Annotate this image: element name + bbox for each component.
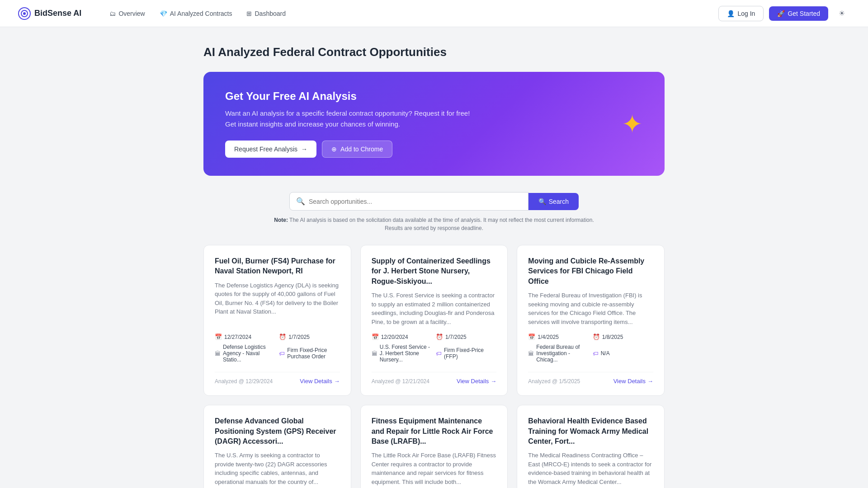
banner-actions: Request Free Analysis → ⊕ Add to Chrome: [225, 141, 607, 158]
search-button[interactable]: 🔍 Search: [528, 193, 579, 210]
navbar: BidSense AI 🗂 Overview 💎 AI Analyzed Con…: [0, 0, 868, 27]
main-content: AI Analyzed Federal Contract Opportuniti…: [194, 27, 674, 488]
arrow-right-icon: →: [301, 145, 307, 153]
card-title: Supply of Containerized Seedlings for J.…: [372, 256, 497, 286]
search-input[interactable]: [309, 198, 522, 205]
banner-title: Get Your Free AI Analysis: [225, 90, 607, 103]
view-details-link[interactable]: View Details →: [613, 378, 653, 385]
banner-content: Get Your Free AI Analysis Want an AI ana…: [225, 90, 607, 158]
nav-dashboard[interactable]: ⊞ Dashboard: [240, 6, 292, 21]
tag-icon: 🏷: [436, 350, 442, 357]
building-icon: 🏛: [528, 350, 534, 357]
card-title: Fitness Equipment Maintenance and Repair…: [372, 416, 497, 446]
card-description: The Defense Logistics Agency (DLA) is se…: [215, 281, 340, 326]
clock-icon: ⏰: [279, 333, 286, 340]
brand-name: BidSense AI: [34, 9, 81, 18]
analyzed-timestamp: Analyzed @ 1/5/2025: [528, 378, 580, 385]
contract-type: 🏷 Firm Fixed-Price Purchase Order: [279, 344, 340, 363]
theme-toggle-button[interactable]: ☀: [834, 5, 850, 22]
deadline: ⏰ 1/7/2025: [436, 333, 496, 340]
card-meta: 📅 1/4/2025 ⏰ 1/8/2025 🏛 Federal Bureau o…: [528, 333, 653, 363]
page-title: AI Analyzed Federal Contract Opportuniti…: [203, 45, 665, 59]
svg-point-2: [23, 12, 26, 15]
sparkle-icon: ✦: [622, 109, 643, 139]
view-details-link[interactable]: View Details →: [457, 378, 496, 385]
card-meta: 📅 12/27/2024 ⏰ 1/7/2025 🏛 Defense Logist…: [215, 333, 340, 363]
contract-card: Moving and Cubicle Re-Assembly Services …: [517, 245, 665, 396]
logo-icon: [18, 7, 31, 20]
card-title: Defense Advanced Global Positioning Syst…: [215, 416, 340, 446]
analyzed-timestamp: Analyzed @ 12/29/2024: [215, 378, 273, 385]
contracts-icon: 💎: [160, 10, 167, 17]
card-title: Behavioral Health Evidence Based Trainin…: [528, 416, 653, 446]
nav-links: 🗂 Overview 💎 AI Analyzed Contracts ⊞ Das…: [103, 6, 704, 21]
card-description: The Little Rock Air Force Base (LRAFB) F…: [372, 451, 497, 486]
login-icon: 👤: [727, 10, 735, 17]
nav-actions: 👤 Log In 🚀 Get Started ☀: [718, 5, 850, 22]
cards-grid: Fuel Oil, Burner (FS4) Purchase for Nava…: [203, 245, 665, 488]
card-footer: Analyzed @ 12/29/2024 View Details →: [215, 372, 340, 385]
calendar-icon: 📅: [215, 333, 222, 340]
search-btn-icon: 🔍: [538, 198, 546, 205]
tag-icon: 🏷: [279, 350, 285, 357]
get-started-button[interactable]: 🚀 Get Started: [769, 6, 828, 21]
sun-icon: ☀: [839, 9, 845, 18]
calendar-icon: 📅: [372, 333, 379, 340]
search-note: Note: The AI analysis is based on the so…: [203, 216, 665, 232]
search-container: 🔍 🔍 Search: [289, 192, 579, 211]
request-analysis-button[interactable]: Request Free Analysis →: [225, 141, 316, 158]
search-input-wrapper: 🔍: [289, 192, 528, 211]
arrow-icon: →: [647, 378, 653, 385]
rocket-icon: 🚀: [777, 10, 785, 17]
contract-type: 🏷 Firm Fixed-Price (FFP): [436, 344, 496, 363]
calendar-icon: 📅: [528, 333, 535, 340]
building-icon: 🏛: [372, 350, 377, 357]
contract-card: Supply of Containerized Seedlings for J.…: [360, 245, 508, 396]
card-description: The U.S. Forest Service is seeking a con…: [372, 291, 497, 326]
agency: 🏛 U.S. Forest Service - J. Herbert Stone…: [372, 344, 432, 363]
search-icon: 🔍: [296, 197, 305, 206]
tag-icon: 🏷: [593, 350, 599, 357]
clock-icon: ⏰: [593, 333, 600, 340]
card-title: Fuel Oil, Burner (FS4) Purchase for Nava…: [215, 256, 340, 277]
contract-card: Defense Advanced Global Positioning Syst…: [203, 405, 351, 488]
chrome-icon: ⊕: [331, 145, 337, 153]
card-description: The Medical Readiness Contracting Office…: [528, 451, 653, 488]
date-posted: 📅 1/4/2025: [528, 333, 589, 340]
add-to-chrome-button[interactable]: ⊕ Add to Chrome: [322, 141, 392, 158]
card-description: The U.S. Army is seeking a contractor to…: [215, 451, 340, 488]
nav-analyzed-contracts[interactable]: 💎 AI Analyzed Contracts: [153, 6, 239, 21]
date-posted: 📅 12/27/2024: [215, 333, 275, 340]
deadline: ⏰ 1/8/2025: [593, 333, 653, 340]
clock-icon: ⏰: [436, 333, 443, 340]
nav-overview[interactable]: 🗂 Overview: [103, 6, 151, 21]
search-section: 🔍 🔍 Search: [203, 192, 665, 211]
contract-card: Behavioral Health Evidence Based Trainin…: [517, 405, 665, 488]
analyzed-timestamp: Analyzed @ 12/21/2024: [372, 378, 429, 385]
date-posted: 📅 12/20/2024: [372, 333, 432, 340]
brand: BidSense AI: [18, 7, 81, 20]
card-description: The Federal Bureau of Investigation (FBI…: [528, 291, 653, 326]
card-footer: Analyzed @ 12/21/2024 View Details →: [372, 372, 497, 385]
promo-banner: Get Your Free AI Analysis Want an AI ana…: [203, 72, 665, 176]
building-icon: 🏛: [215, 350, 221, 357]
contract-card: Fuel Oil, Burner (FS4) Purchase for Nava…: [203, 245, 351, 396]
login-button[interactable]: 👤 Log In: [718, 6, 764, 21]
card-footer: Analyzed @ 1/5/2025 View Details →: [528, 372, 653, 385]
overview-icon: 🗂: [109, 10, 116, 17]
card-meta: 📅 12/20/2024 ⏰ 1/7/2025 🏛 U.S. Forest Se…: [372, 333, 497, 363]
agency: 🏛 Federal Bureau of Investigation - Chic…: [528, 344, 589, 363]
banner-description: Want an AI analysis for a specific feder…: [225, 108, 487, 130]
dashboard-icon: ⊞: [246, 10, 252, 17]
agency: 🏛 Defense Logistics Agency - Naval Stati…: [215, 344, 275, 363]
arrow-icon: →: [334, 378, 340, 385]
deadline: ⏰ 1/7/2025: [279, 333, 340, 340]
card-title: Moving and Cubicle Re-Assembly Services …: [528, 256, 653, 286]
view-details-link[interactable]: View Details →: [300, 378, 340, 385]
contract-type: 🏷 N/A: [593, 344, 653, 363]
contract-card: Fitness Equipment Maintenance and Repair…: [360, 405, 508, 488]
arrow-icon: →: [491, 378, 496, 385]
